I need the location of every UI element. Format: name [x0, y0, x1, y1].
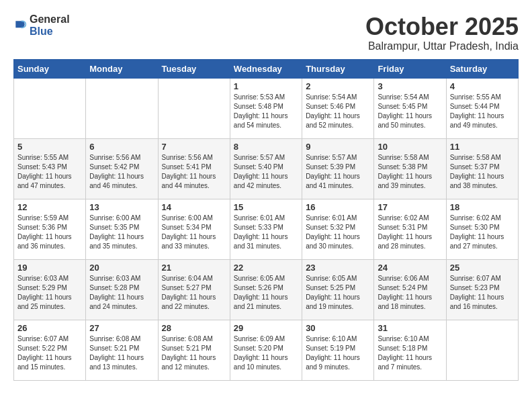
day-number: 16 — [306, 202, 370, 212]
calendar-cell: 9Sunrise: 5:57 AM Sunset: 5:39 PM Daylig… — [302, 138, 374, 199]
calendar-cell: 28Sunrise: 6:08 AM Sunset: 5:21 PM Dayli… — [158, 320, 230, 380]
day-info: Sunrise: 5:57 AM Sunset: 5:40 PM Dayligh… — [234, 153, 298, 191]
calendar-cell — [158, 78, 230, 138]
weekday-header: Friday — [374, 59, 446, 78]
day-number: 6 — [89, 142, 154, 152]
calendar-cell: 7Sunrise: 5:56 AM Sunset: 5:41 PM Daylig… — [158, 138, 230, 199]
day-info: Sunrise: 5:58 AM Sunset: 5:37 PM Dayligh… — [450, 153, 515, 191]
day-info: Sunrise: 6:09 AM Sunset: 5:20 PM Dayligh… — [234, 334, 298, 372]
day-info: Sunrise: 5:56 AM Sunset: 5:41 PM Dayligh… — [162, 153, 226, 191]
day-info: Sunrise: 6:10 AM Sunset: 5:19 PM Dayligh… — [306, 334, 370, 372]
calendar-cell: 1Sunrise: 5:53 AM Sunset: 5:48 PM Daylig… — [230, 78, 302, 138]
day-info: Sunrise: 6:05 AM Sunset: 5:25 PM Dayligh… — [306, 274, 370, 312]
logo-text: General Blue — [30, 13, 70, 38]
day-info: Sunrise: 5:57 AM Sunset: 5:39 PM Dayligh… — [306, 153, 370, 191]
calendar-cell: 19Sunrise: 6:03 AM Sunset: 5:29 PM Dayli… — [14, 259, 86, 320]
weekday-header: Saturday — [446, 59, 518, 78]
calendar-cell: 4Sunrise: 5:55 AM Sunset: 5:44 PM Daylig… — [446, 78, 518, 138]
calendar-cell: 15Sunrise: 6:01 AM Sunset: 5:33 PM Dayli… — [230, 199, 302, 259]
calendar-cell: 14Sunrise: 6:00 AM Sunset: 5:34 PM Dayli… — [158, 199, 230, 259]
day-number: 10 — [378, 142, 442, 152]
day-number: 29 — [234, 323, 298, 333]
day-number: 14 — [162, 202, 226, 212]
day-number: 27 — [89, 323, 154, 333]
day-number: 19 — [17, 263, 82, 273]
day-info: Sunrise: 6:07 AM Sunset: 5:22 PM Dayligh… — [17, 334, 82, 372]
month-title: October 2025 — [365, 13, 519, 40]
weekday-header: Tuesday — [158, 59, 230, 78]
day-number: 12 — [17, 202, 82, 212]
day-info: Sunrise: 5:54 AM Sunset: 5:45 PM Dayligh… — [378, 93, 442, 130]
day-number: 8 — [234, 142, 298, 152]
day-number: 4 — [450, 81, 515, 91]
calendar-week-row: 19Sunrise: 6:03 AM Sunset: 5:29 PM Dayli… — [14, 259, 519, 320]
calendar-cell: 18Sunrise: 6:02 AM Sunset: 5:30 PM Dayli… — [446, 199, 518, 259]
day-info: Sunrise: 5:58 AM Sunset: 5:38 PM Dayligh… — [378, 153, 442, 191]
day-info: Sunrise: 6:01 AM Sunset: 5:32 PM Dayligh… — [306, 214, 370, 251]
calendar-week-row: 12Sunrise: 5:59 AM Sunset: 5:36 PM Dayli… — [14, 199, 519, 259]
day-number: 15 — [234, 202, 298, 212]
day-info: Sunrise: 5:56 AM Sunset: 5:42 PM Dayligh… — [89, 153, 154, 191]
calendar-cell: 22Sunrise: 6:05 AM Sunset: 5:26 PM Dayli… — [230, 259, 302, 320]
day-number: 17 — [378, 202, 442, 212]
day-number: 18 — [450, 202, 515, 212]
day-number: 30 — [306, 323, 370, 333]
day-info: Sunrise: 6:07 AM Sunset: 5:23 PM Dayligh… — [450, 274, 515, 312]
calendar-cell: 21Sunrise: 6:04 AM Sunset: 5:27 PM Dayli… — [158, 259, 230, 320]
calendar-week-row: 1Sunrise: 5:53 AM Sunset: 5:48 PM Daylig… — [14, 78, 519, 138]
calendar-cell: 5Sunrise: 5:55 AM Sunset: 5:43 PM Daylig… — [14, 138, 86, 199]
day-info: Sunrise: 5:59 AM Sunset: 5:36 PM Dayligh… — [17, 214, 82, 251]
day-info: Sunrise: 6:08 AM Sunset: 5:21 PM Dayligh… — [162, 334, 226, 372]
calendar-cell: 23Sunrise: 6:05 AM Sunset: 5:25 PM Dayli… — [302, 259, 374, 320]
day-info: Sunrise: 5:55 AM Sunset: 5:43 PM Dayligh… — [17, 153, 82, 191]
day-number: 2 — [306, 81, 370, 91]
calendar-table: SundayMondayTuesdayWednesdayThursdayFrid… — [13, 59, 519, 381]
header: General Blue October 2025 Balrampur, Utt… — [13, 13, 519, 52]
calendar-cell: 16Sunrise: 6:01 AM Sunset: 5:32 PM Dayli… — [302, 199, 374, 259]
day-info: Sunrise: 5:54 AM Sunset: 5:46 PM Dayligh… — [306, 93, 370, 130]
day-info: Sunrise: 5:53 AM Sunset: 5:48 PM Dayligh… — [234, 93, 298, 130]
calendar-cell: 8Sunrise: 5:57 AM Sunset: 5:40 PM Daylig… — [230, 138, 302, 199]
day-number: 1 — [234, 81, 298, 91]
calendar-cell: 11Sunrise: 5:58 AM Sunset: 5:37 PM Dayli… — [446, 138, 518, 199]
day-number: 22 — [234, 263, 298, 273]
day-number: 9 — [306, 142, 370, 152]
day-number: 23 — [306, 263, 370, 273]
day-info: Sunrise: 6:08 AM Sunset: 5:21 PM Dayligh… — [89, 334, 154, 372]
calendar-cell: 27Sunrise: 6:08 AM Sunset: 5:21 PM Dayli… — [86, 320, 158, 380]
day-info: Sunrise: 6:05 AM Sunset: 5:26 PM Dayligh… — [234, 274, 298, 312]
day-info: Sunrise: 6:02 AM Sunset: 5:30 PM Dayligh… — [450, 214, 515, 251]
calendar-cell: 24Sunrise: 6:06 AM Sunset: 5:24 PM Dayli… — [374, 259, 446, 320]
calendar-cell — [14, 78, 86, 138]
calendar-cell: 29Sunrise: 6:09 AM Sunset: 5:20 PM Dayli… — [230, 320, 302, 380]
title-area: October 2025 Balrampur, Uttar Pradesh, I… — [365, 13, 519, 52]
logo: General Blue — [13, 13, 70, 38]
location-title: Balrampur, Uttar Pradesh, India — [365, 40, 519, 52]
day-number: 7 — [162, 142, 226, 152]
day-number: 13 — [89, 202, 154, 212]
calendar-cell — [446, 320, 518, 380]
calendar-header-row: SundayMondayTuesdayWednesdayThursdayFrid… — [14, 59, 519, 78]
calendar-cell: 25Sunrise: 6:07 AM Sunset: 5:23 PM Dayli… — [446, 259, 518, 320]
calendar-cell: 3Sunrise: 5:54 AM Sunset: 5:45 PM Daylig… — [374, 78, 446, 138]
day-info: Sunrise: 6:02 AM Sunset: 5:31 PM Dayligh… — [378, 214, 442, 251]
day-number: 26 — [17, 323, 82, 333]
day-info: Sunrise: 6:03 AM Sunset: 5:28 PM Dayligh… — [89, 274, 154, 312]
weekday-header: Monday — [86, 59, 158, 78]
day-info: Sunrise: 6:01 AM Sunset: 5:33 PM Dayligh… — [234, 214, 298, 251]
day-number: 28 — [162, 323, 226, 333]
day-number: 20 — [89, 263, 154, 273]
calendar-cell: 13Sunrise: 6:00 AM Sunset: 5:35 PM Dayli… — [86, 199, 158, 259]
calendar-body: 1Sunrise: 5:53 AM Sunset: 5:48 PM Daylig… — [14, 78, 519, 380]
day-number: 11 — [450, 142, 515, 152]
calendar-week-row: 5Sunrise: 5:55 AM Sunset: 5:43 PM Daylig… — [14, 138, 519, 199]
day-info: Sunrise: 5:55 AM Sunset: 5:44 PM Dayligh… — [450, 93, 515, 130]
calendar-cell: 6Sunrise: 5:56 AM Sunset: 5:42 PM Daylig… — [86, 138, 158, 199]
calendar-cell: 26Sunrise: 6:07 AM Sunset: 5:22 PM Dayli… — [14, 320, 86, 380]
day-info: Sunrise: 6:00 AM Sunset: 5:35 PM Dayligh… — [89, 214, 154, 251]
calendar-cell — [86, 78, 158, 138]
calendar-cell: 2Sunrise: 5:54 AM Sunset: 5:46 PM Daylig… — [302, 78, 374, 138]
weekday-header: Wednesday — [230, 59, 302, 78]
day-number: 24 — [378, 263, 442, 273]
calendar-cell: 12Sunrise: 5:59 AM Sunset: 5:36 PM Dayli… — [14, 199, 86, 259]
